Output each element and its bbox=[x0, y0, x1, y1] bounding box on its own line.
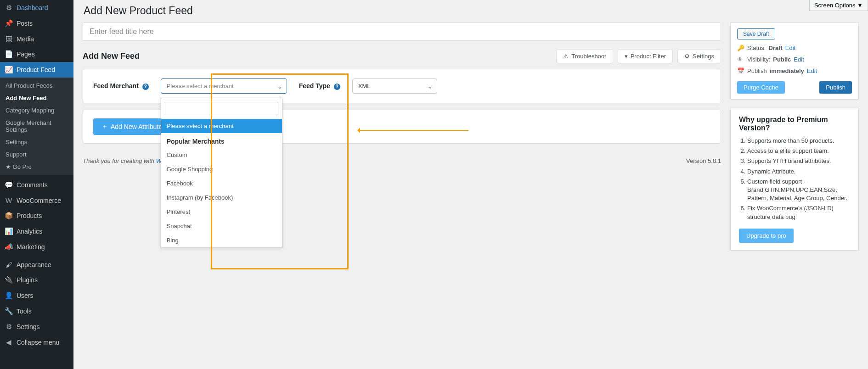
sidebar-item-users[interactable]: 👤Users bbox=[0, 288, 73, 303]
sidebar-item-settings[interactable]: ⚙Settings bbox=[0, 319, 73, 335]
merchant-search-input[interactable] bbox=[165, 102, 278, 115]
key-icon: 🔑 bbox=[737, 45, 744, 51]
sidebar-subitem[interactable]: Category Mapping bbox=[0, 104, 73, 117]
publish-button[interactable]: Publish bbox=[819, 81, 852, 94]
menu-icon: 🔧 bbox=[5, 307, 13, 315]
menu-icon: 🖌 bbox=[5, 261, 13, 268]
menu-icon: 🔌 bbox=[5, 276, 13, 284]
menu-icon: ◀ bbox=[5, 338, 13, 347]
admin-sidebar: ⚙Dashboard📌Posts🖼Media📄Pages📈Product Fee… bbox=[0, 0, 73, 369]
menu-icon: 📌 bbox=[5, 19, 13, 28]
sidebar-subitem[interactable]: Google Merchant Settings bbox=[0, 117, 73, 136]
sidebar-item-products[interactable]: 📦Products bbox=[0, 208, 73, 224]
dropdown-item[interactable]: Facebook bbox=[161, 176, 282, 190]
sidebar-item-product-feed[interactable]: 📈Product Feed bbox=[0, 62, 73, 78]
menu-icon: ⚙ bbox=[5, 4, 13, 12]
troubleshoot-button[interactable]: ⚠Troubleshoot bbox=[556, 49, 613, 63]
sidebar-item-tools[interactable]: 🔧Tools bbox=[0, 303, 73, 319]
menu-icon: 👤 bbox=[5, 291, 13, 300]
sidebar-subitem[interactable]: Support bbox=[0, 148, 73, 161]
upgrade-list-item: Supports more than 50 products. bbox=[747, 137, 850, 145]
feed-merchant-label: Feed Merchant ? bbox=[93, 82, 149, 90]
sidebar-item-pages[interactable]: 📄Pages bbox=[0, 46, 73, 62]
gear-icon: ⚙ bbox=[684, 53, 690, 60]
help-icon[interactable]: ? bbox=[142, 84, 149, 90]
dropdown-item[interactable]: Pinterest bbox=[161, 205, 282, 219]
edit-publish-link[interactable]: Edit bbox=[807, 67, 817, 74]
upgrade-list-item: Supports YITH brand attributes. bbox=[747, 157, 850, 165]
merchant-select[interactable]: Please select a merchant⌄ Please select … bbox=[161, 78, 287, 94]
menu-icon: ⚙ bbox=[5, 323, 13, 331]
upgrade-title: Why upgrade to Premium Version? bbox=[739, 116, 850, 132]
sidebar-item-collapse-menu[interactable]: ◀Collapse menu bbox=[0, 335, 73, 350]
sidebar-subitem[interactable]: Settings bbox=[0, 136, 73, 148]
dropdown-item[interactable]: Google Shopping bbox=[161, 162, 282, 176]
chevron-down-icon: ⌄ bbox=[277, 83, 282, 89]
upgrade-box: Why upgrade to Premium Version? Supports… bbox=[730, 108, 859, 251]
menu-icon: 📦 bbox=[5, 212, 13, 220]
dropdown-item[interactable]: Custom bbox=[161, 148, 282, 162]
sidebar-subitem[interactable]: All Product Feeds bbox=[0, 79, 73, 92]
purge-cache-button[interactable]: Purge Cache bbox=[737, 81, 785, 94]
save-draft-button[interactable]: Save Draft bbox=[737, 28, 775, 39]
upgrade-button[interactable]: Upgrade to pro bbox=[739, 229, 794, 243]
upgrade-list-item: Custom field support - Brand,GTIN,MPN,UP… bbox=[747, 178, 850, 203]
menu-icon: 📄 bbox=[5, 50, 13, 58]
sidebar-item-comments[interactable]: 💬Comments bbox=[0, 177, 73, 193]
dropdown-item[interactable]: Please select a merchant bbox=[161, 119, 282, 133]
footer-version: Version 5.8.1 bbox=[686, 157, 721, 164]
sidebar-item-dashboard[interactable]: ⚙Dashboard bbox=[0, 0, 73, 16]
page-title: Add New Product Feed bbox=[84, 5, 859, 17]
sidebar-item-posts[interactable]: 📌Posts bbox=[0, 16, 73, 31]
dropdown-item[interactable]: Instagram (by Facebook) bbox=[161, 190, 282, 205]
main-content: Screen Options ▼ Add New Product Feed Ad… bbox=[73, 0, 868, 369]
sidebar-item-marketing[interactable]: 📣Marketing bbox=[0, 239, 73, 255]
upgrade-list-item: Dynamic Attribute. bbox=[747, 168, 850, 176]
calendar-icon: 📅 bbox=[737, 67, 744, 74]
product-filter-button[interactable]: ▾Product Filter bbox=[618, 49, 673, 63]
upgrade-list-item: Access to a elite support team. bbox=[747, 147, 850, 155]
sidebar-subitem[interactable]: Add New Feed bbox=[0, 92, 73, 104]
filter-icon: ▾ bbox=[625, 53, 628, 60]
eye-icon: 👁 bbox=[737, 56, 744, 63]
menu-icon: 📣 bbox=[5, 243, 13, 251]
upgrade-list-item: Fix WooCommerce's (JSON-LD) structure da… bbox=[747, 204, 850, 221]
section-title: Add New Feed bbox=[83, 51, 140, 61]
merchant-dropdown: Please select a merchantPopular Merchant… bbox=[161, 98, 282, 248]
menu-icon: 💬 bbox=[5, 181, 13, 189]
feed-title-input[interactable] bbox=[83, 22, 721, 41]
edit-status-link[interactable]: Edit bbox=[785, 45, 795, 51]
dropdown-group-label: Popular Merchants bbox=[161, 133, 282, 148]
sidebar-item-woocommerce[interactable]: WWooCommerce bbox=[0, 193, 73, 208]
feed-type-label: Feed Type ? bbox=[299, 82, 340, 90]
warning-icon: ⚠ bbox=[563, 53, 569, 60]
annotation-arrow bbox=[358, 130, 468, 131]
menu-icon: 🖼 bbox=[5, 35, 13, 43]
feed-type-select[interactable]: XML⌄ bbox=[352, 78, 437, 94]
sidebar-item-plugins[interactable]: 🔌Plugins bbox=[0, 272, 73, 288]
help-icon[interactable]: ? bbox=[334, 84, 340, 90]
screen-options-button[interactable]: Screen Options ▼ bbox=[809, 0, 868, 11]
menu-icon: W bbox=[5, 196, 13, 204]
dropdown-item[interactable]: Bing bbox=[161, 233, 282, 247]
dropdown-item[interactable]: Snapchat bbox=[161, 219, 282, 233]
add-attribute-button[interactable]: ＋Add New Attribute bbox=[93, 118, 170, 135]
menu-icon: 📈 bbox=[5, 66, 13, 74]
sidebar-item-media[interactable]: 🖼Media bbox=[0, 31, 73, 46]
sidebar-item-appearance[interactable]: 🖌Appearance bbox=[0, 257, 73, 272]
edit-visibility-link[interactable]: Edit bbox=[794, 56, 804, 63]
sidebar-item-analytics[interactable]: 📊Analytics bbox=[0, 224, 73, 239]
plus-icon: ＋ bbox=[101, 123, 108, 131]
settings-button[interactable]: ⚙Settings bbox=[677, 49, 721, 63]
menu-icon: 📊 bbox=[5, 227, 13, 235]
publish-metabox: Save Draft 🔑Status: Draft Edit 👁Visibili… bbox=[730, 22, 859, 100]
sidebar-subitem[interactable]: ★ Go Pro bbox=[0, 161, 73, 173]
chevron-down-icon: ⌄ bbox=[428, 83, 433, 89]
